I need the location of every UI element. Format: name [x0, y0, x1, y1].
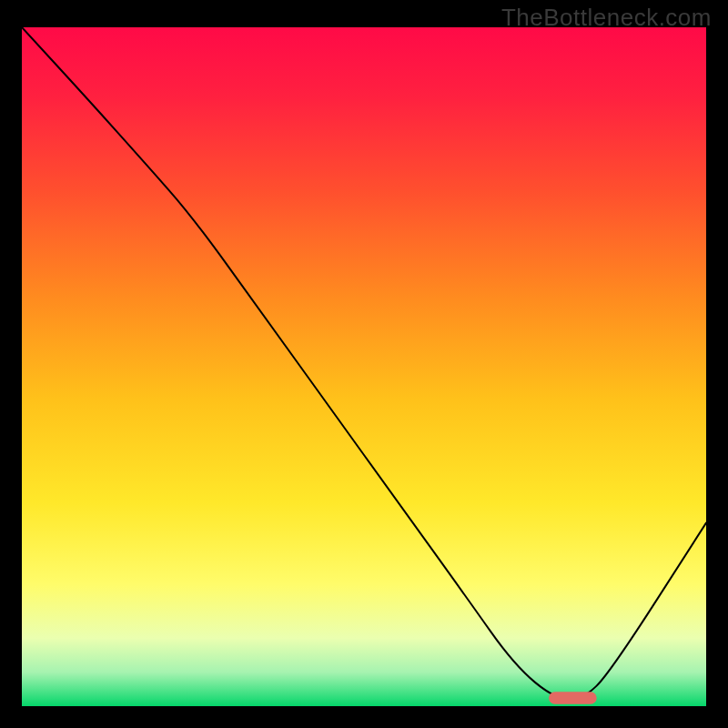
- chart-plot-area: [22, 27, 706, 706]
- sweet-spot-marker: [549, 692, 597, 703]
- watermark-text: TheBottleneck.com: [501, 4, 712, 32]
- chart-background: [22, 27, 706, 706]
- chart-svg: [22, 27, 706, 706]
